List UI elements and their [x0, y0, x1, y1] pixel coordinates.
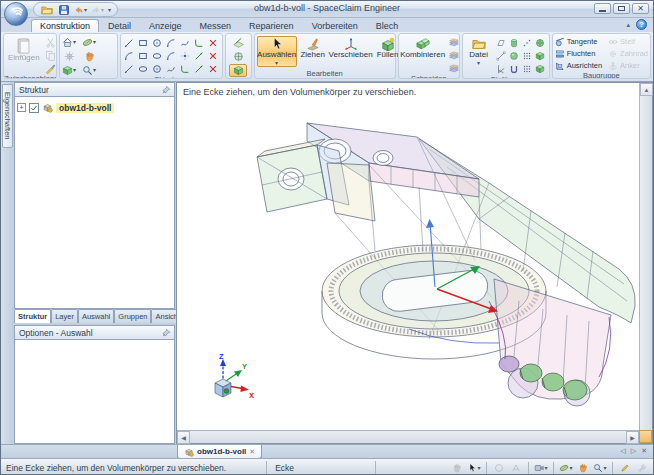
copy-button[interactable]	[44, 49, 58, 61]
sketch-construction-button[interactable]	[123, 63, 136, 75]
format-painter-button[interactable]	[44, 62, 58, 74]
combine-button[interactable]: Kombinieren	[401, 36, 445, 61]
status-sketch-button[interactable]	[618, 462, 632, 474]
sketch-move-grid-button[interactable]	[193, 63, 206, 75]
sketch-ellipse-button[interactable]	[137, 63, 150, 75]
sketch-erase-button[interactable]	[207, 63, 220, 75]
insert-sphere-button[interactable]	[508, 49, 521, 62]
pin-icon[interactable]	[161, 328, 171, 338]
pull-tool-button[interactable]: Ziehen	[299, 36, 327, 61]
collapse-ribbon-button[interactable]: ▴	[626, 21, 630, 29]
status-stop-button[interactable]	[492, 462, 506, 474]
flush-button[interactable]: Fluchten	[555, 48, 602, 59]
orientation-triad[interactable]: Z Y X	[215, 352, 254, 400]
sketch-circle-button[interactable]	[151, 37, 164, 49]
sketch-offset-button[interactable]	[193, 50, 206, 62]
select-tool-button[interactable]: Auswählen ▾	[257, 36, 297, 67]
tab-nav-close-button[interactable]: ✕	[641, 447, 647, 455]
minimize-button[interactable]	[594, 3, 611, 14]
document-tab-close-icon[interactable]: ✕	[249, 448, 255, 456]
tree-expander[interactable]: +	[17, 103, 26, 112]
tree-item-root[interactable]: + obw1d-b-voll	[17, 101, 172, 114]
cut-button[interactable]	[44, 36, 58, 48]
split-face-button[interactable]	[447, 49, 461, 61]
insert-block-button[interactable]	[534, 62, 547, 75]
sketch-sweep-arc-button[interactable]	[165, 50, 178, 62]
insert-grid-button[interactable]	[521, 62, 534, 75]
panel-tab-auswahl[interactable]: Auswahl	[78, 309, 114, 323]
scroll-right-button[interactable]: ▶	[626, 431, 639, 444]
insert-wheel-button[interactable]	[534, 36, 547, 49]
tab-konstruktion[interactable]: Konstruktion	[31, 19, 99, 32]
insert-shell-button[interactable]	[534, 49, 547, 62]
spin-button[interactable]	[62, 50, 76, 62]
design-canvas[interactable]: Eine Ecke ziehen, um den Volumenkörper z…	[176, 82, 653, 444]
sketch-polygon-button[interactable]	[137, 50, 150, 62]
scroll-up-button[interactable]: ▲	[640, 83, 653, 96]
sketch-circle2-button[interactable]	[151, 50, 164, 62]
mode-3d-button[interactable]	[229, 64, 247, 77]
fill-tool-button[interactable]: Füllen	[375, 36, 401, 61]
sketch-arc-button[interactable]	[165, 37, 178, 49]
spaceclaim-logo[interactable]	[4, 2, 28, 26]
panel-tab-struktur[interactable]: Struktur	[14, 309, 51, 323]
document-tab-active[interactable]: obw1d-b-voll ✕	[177, 445, 262, 459]
tab-reparieren[interactable]: Reparieren	[240, 19, 303, 32]
horizontal-scrollbar[interactable]: ◀ ▶	[177, 430, 639, 443]
maximize-button[interactable]	[613, 3, 630, 14]
rigid-button[interactable]: Steif	[608, 36, 648, 47]
anchor-button[interactable]: Anker	[608, 60, 648, 71]
insert-cylinder-button[interactable]	[508, 36, 521, 49]
sketch-tangent-circle-button[interactable]	[151, 63, 164, 75]
zoom-button[interactable]: ▾	[82, 64, 96, 76]
project-cut-button[interactable]	[447, 62, 461, 74]
status-grab-button[interactable]	[450, 462, 464, 474]
status-annotation-button[interactable]	[509, 462, 523, 474]
pin-icon[interactable]	[161, 85, 171, 95]
section-mode-button[interactable]	[229, 50, 247, 63]
status-pan-button[interactable]	[576, 462, 590, 474]
sketch-rectangle-button[interactable]	[137, 37, 150, 49]
insert-origin-button[interactable]	[495, 62, 508, 75]
sketch-trim-button[interactable]	[207, 37, 220, 49]
insert-file-button[interactable]: Datei ▾	[465, 36, 493, 67]
panel-tab-gruppen[interactable]: Gruppen	[114, 309, 151, 323]
status-plan-view-button[interactable]: ▾	[559, 462, 573, 474]
insert-clamp-button[interactable]	[508, 62, 521, 75]
tab-detail[interactable]: Detail	[99, 19, 140, 32]
home-view-button[interactable]: ▾	[62, 36, 76, 48]
plan-view-button[interactable]: ▾	[82, 36, 96, 48]
visibility-checkbox[interactable]	[29, 103, 39, 113]
pan-button[interactable]	[82, 50, 96, 62]
gear-button[interactable]: Zahnrad	[608, 48, 648, 59]
move-tool-button[interactable]: Verschieben	[329, 36, 373, 61]
tab-nav-right-button[interactable]: ▷	[631, 447, 636, 455]
tab-anzeige[interactable]: Anzeige	[140, 19, 191, 32]
sketch-mode-button[interactable]	[229, 36, 247, 49]
insert-pattern-button[interactable]	[521, 49, 534, 62]
insert-axis-button[interactable]	[495, 49, 508, 62]
tangent-button[interactable]: Tangente	[555, 36, 602, 47]
help-button[interactable]: ?	[636, 19, 647, 30]
status-camera-button[interactable]: ▾	[534, 462, 548, 474]
paste-button[interactable]: Einfügen	[6, 36, 42, 64]
tree-item-label[interactable]: obw1d-b-voll	[56, 103, 114, 113]
tab-nav-left-button[interactable]: ◁	[620, 447, 625, 455]
sketch-split-button[interactable]	[207, 50, 220, 62]
sketch-project-button[interactable]	[165, 63, 178, 75]
sketch-fillet-button[interactable]	[193, 37, 206, 49]
status-zoom-button[interactable]: ▾	[593, 462, 607, 474]
tab-blech[interactable]: Blech	[367, 19, 408, 32]
scroll-left-button[interactable]: ◀	[177, 431, 190, 444]
properties-panel-tab[interactable]: Eigenschaften	[2, 84, 13, 148]
insert-points-button[interactable]	[521, 36, 534, 49]
tab-messen[interactable]: Messen	[191, 19, 241, 32]
sketch-point-button[interactable]	[179, 50, 192, 62]
sketch-line-button[interactable]	[123, 37, 136, 49]
vertical-scrollbar[interactable]: ▲	[639, 83, 652, 430]
split-solid-button[interactable]	[447, 36, 461, 48]
align-button[interactable]: Ausrichten	[555, 60, 602, 71]
cad-model[interactable]: Z Y X	[179, 101, 641, 427]
panel-tab-layer[interactable]: Layer	[51, 309, 78, 323]
close-button[interactable]: ✕	[632, 3, 649, 14]
